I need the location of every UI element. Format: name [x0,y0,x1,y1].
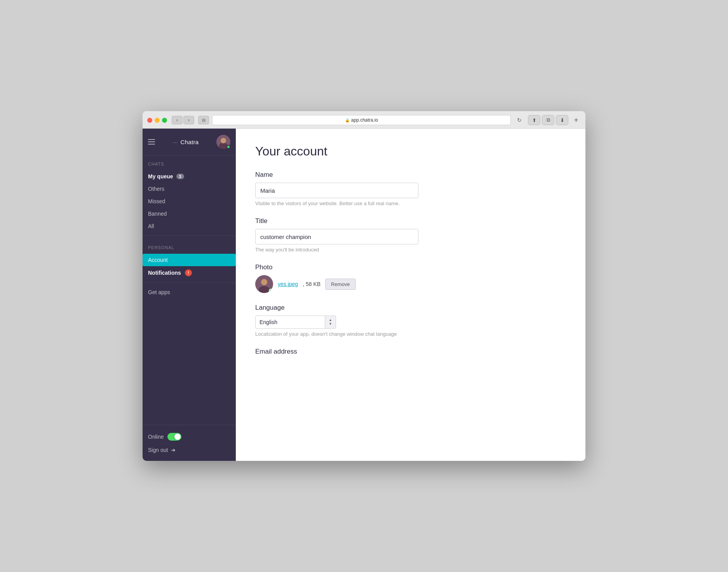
avatar-online-dot [226,145,230,149]
name-input[interactable] [255,183,418,198]
share-button[interactable]: ⬆ [528,115,540,125]
sidebar-menu-icon[interactable] [148,139,155,145]
photo-label: Photo [255,263,566,271]
photo-section: Photo yes.jpeg, 58 KB Remove [255,263,566,293]
sidebar-item-missed[interactable]: Missed [143,195,236,208]
tab-button[interactable]: ⧉ [542,115,554,125]
photo-size: , 58 KB [303,281,320,287]
sidebar-item-get-apps[interactable]: Get apps [143,286,236,298]
sidebar-item-account[interactable]: Account [143,254,236,266]
download-button[interactable]: ⬇ [556,115,568,125]
all-label: All [148,223,154,229]
address-bar[interactable]: 🔒 app.chatra.io [212,115,511,125]
sidebar: ··· Chatra CHATS My queue 3 Others [143,129,236,461]
language-section: Language English ▲ ▼ Localization of you… [255,304,566,337]
title-hint: The way you'll be introduced [255,247,566,253]
sidebar-divider-2 [143,283,236,283]
sidebar-item-banned[interactable]: Banned [143,208,236,220]
close-button[interactable] [147,118,152,123]
online-row: Online [143,430,236,444]
browser-chrome: ‹ › ⊟ 🔒 app.chatra.io ↻ ⬆ ⧉ ⬇ + [143,111,585,129]
page-title: Your account [255,144,566,159]
language-select-wrapper: English ▲ ▼ [255,316,566,329]
sidebar-item-others[interactable]: Others [143,183,236,195]
sidebar-item-all[interactable]: All [143,220,236,232]
sidebar-section-chats: CHATS [143,155,236,170]
signout-icon: ➜ [171,447,176,453]
sidebar-header: ··· Chatra [143,129,236,155]
photo-avatar [255,275,273,293]
email-section: Email address [255,348,566,356]
nav-buttons: ‹ › [172,116,194,124]
account-label: Account [148,257,168,263]
sidebar-item-notifications[interactable]: Notifications ! [143,266,236,279]
fullscreen-button[interactable] [162,118,167,123]
title-section: Title The way you'll be introduced [255,217,566,253]
get-apps-label: Get apps [148,289,170,295]
app-body: ··· Chatra CHATS My queue 3 Others [143,129,585,461]
url-text: app.chatra.io [351,117,378,123]
notifications-badge: ! [185,269,192,276]
minimize-button[interactable] [155,118,160,123]
forward-button[interactable]: › [183,116,194,124]
name-hint: Visible to the visitors of your website.… [255,201,566,206]
arrow-up: ▲ [329,319,332,322]
photo-filename-link[interactable]: yes.jpeg [278,281,298,287]
banned-label: Banned [148,211,167,217]
sidebar-divider [143,235,236,236]
browser-actions: ⬆ ⧉ ⬇ [528,115,568,125]
title-input[interactable] [255,229,418,244]
sidebar-toggle-button[interactable]: ⊟ [198,116,209,124]
name-label: Name [255,171,566,179]
my-queue-label: My queue [148,173,173,180]
photo-row: yes.jpeg, 58 KB Remove [255,275,566,293]
sidebar-title: ··· Chatra [173,139,199,145]
traffic-lights [147,118,167,123]
main-content: Your account Name Visible to the visitor… [236,129,585,461]
back-button[interactable]: ‹ [172,116,183,124]
photo-online-dot [269,289,273,293]
arrow-down: ▼ [329,323,332,326]
sidebar-section-personal: PERSONAL [143,239,236,254]
signout-row[interactable]: Sign out ➜ [143,444,236,456]
signout-label: Sign out [148,447,168,453]
sidebar-bottom: Online Sign out ➜ [143,425,236,461]
notifications-label: Notifications [148,270,181,276]
online-toggle[interactable] [167,433,181,441]
refresh-button[interactable]: ↻ [514,116,525,124]
new-tab-button[interactable]: + [571,115,581,125]
online-label: Online [148,434,164,440]
language-hint: Localization of your app, doesn't change… [255,331,566,337]
avatar-container[interactable] [216,135,230,149]
personal-section-label: PERSONAL [148,245,230,250]
missed-label: Missed [148,198,165,204]
remove-photo-button[interactable]: Remove [325,279,355,290]
ellipsis: ··· [173,139,178,145]
sidebar-item-my-queue[interactable]: My queue 3 [143,170,236,183]
language-select[interactable]: English [255,316,325,329]
select-arrow[interactable]: ▲ ▼ [325,316,336,329]
chats-section-label: CHATS [148,162,230,166]
title-label: Title [255,217,566,225]
language-label: Language [255,304,566,312]
name-section: Name Visible to the visitors of your web… [255,171,566,206]
my-queue-badge: 3 [176,174,184,179]
lock-icon: 🔒 [345,118,350,122]
browser-window: ‹ › ⊟ 🔒 app.chatra.io ↻ ⬆ ⧉ ⬇ + [143,111,585,461]
email-label: Email address [255,348,566,356]
others-label: Others [148,186,164,192]
